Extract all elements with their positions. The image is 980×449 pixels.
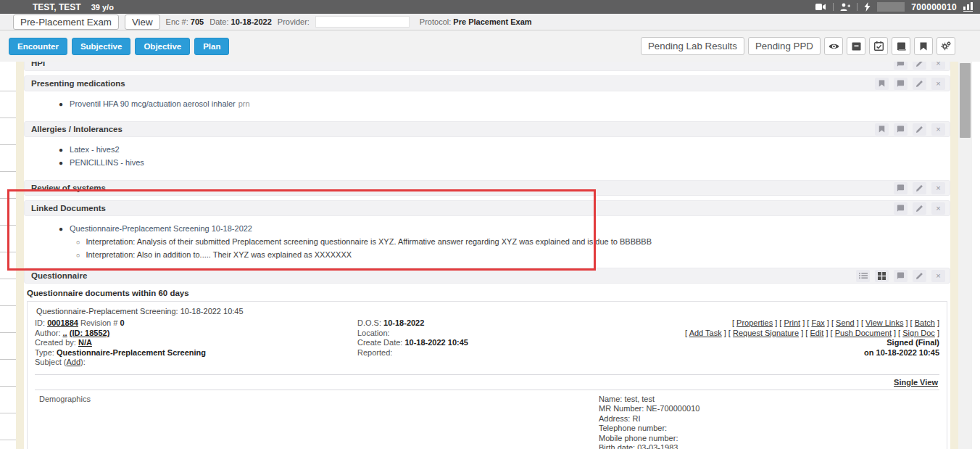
interpretation-item: ○ Interpretation: Also in addition to...…: [24, 248, 950, 261]
medication-item[interactable]: ● Proventil HFA 90 mcg/actuation aerosol…: [24, 97, 950, 110]
nav-toolbar: Encounter Subjective Objective Plan Pend…: [0, 30, 980, 62]
batch-link[interactable]: Batch: [915, 318, 935, 327]
lightning-icon[interactable]: [864, 2, 871, 12]
close-icon[interactable]: ×: [931, 182, 945, 194]
book-icon[interactable]: [894, 270, 908, 282]
margin-ruler: [0, 62, 16, 449]
demo-address: Address: RI: [599, 414, 939, 424]
book-icon[interactable]: [894, 123, 908, 136]
section-title: Questionnaire: [31, 271, 87, 280]
author-id-link[interactable]: (ID: 18552): [70, 329, 110, 337]
section-header[interactable]: Linked Documents ×: [24, 200, 950, 216]
calendar-check-icon[interactable]: [869, 37, 888, 55]
subject-add-link[interactable]: Add: [66, 358, 80, 366]
archive-box-icon[interactable]: [847, 37, 865, 55]
divider: [857, 3, 858, 11]
bookmark-icon[interactable]: [875, 78, 889, 90]
video-camera-icon[interactable]: [815, 3, 826, 11]
provider-label: Provider:: [278, 17, 310, 26]
medication-sig: prn: [238, 99, 250, 108]
protocol: Protocol: Pre Placement Exam: [420, 17, 532, 26]
divider: [833, 3, 834, 11]
pending-ppd-button[interactable]: Pending PPD: [748, 37, 821, 55]
note-content: HPI × Presenting medications: [24, 62, 950, 449]
pencil-icon[interactable]: [913, 62, 926, 70]
sign-doc-link[interactable]: Sign Doc: [902, 329, 935, 337]
document-fields-middle: D.O.S: 10-18-2022 Location: Create Date:…: [357, 318, 635, 358]
demo-telephone: Telephone number:: [599, 424, 939, 434]
patient-title-bar: TEST, TEST 39 y/o 700000010: [0, 0, 980, 14]
bar-chart-icon[interactable]: [963, 2, 973, 12]
scrollbar-thumb[interactable]: [960, 63, 971, 138]
pencil-icon[interactable]: [913, 202, 926, 215]
questionnaire-document-panel: Questionnaire-Preplacement Screening: 10…: [27, 301, 947, 449]
add-person-icon[interactable]: [840, 3, 850, 12]
document-id-link[interactable]: 0001884: [47, 318, 78, 327]
tab-subjective[interactable]: Subjective: [72, 38, 131, 55]
bookmark-icon[interactable]: [875, 123, 889, 136]
section-hpi-clipped: HPI ×: [24, 62, 950, 71]
linked-document-item[interactable]: ● Questionnaire-Preplacement Screening 1…: [24, 222, 950, 235]
enc-date: Date: 10-18-2022: [209, 17, 272, 26]
quick-search-box[interactable]: [877, 2, 905, 12]
tab-plan[interactable]: Plan: [194, 38, 229, 55]
fax-link[interactable]: Fax: [811, 318, 824, 327]
section-linked-documents: Linked Documents × ● Questionnaire-Prepl…: [24, 200, 950, 268]
pencil-icon[interactable]: [913, 123, 926, 136]
encounter-bar: Pre-Placement Exam View Enc #: 705 Date:…: [0, 14, 980, 30]
demo-mobile: Mobile phone number:: [599, 434, 939, 444]
tab-objective[interactable]: Objective: [135, 38, 190, 55]
section-header[interactable]: Questionnaire ×: [24, 268, 950, 284]
section-header[interactable]: Allergies / Intolerances ×: [24, 121, 950, 137]
add-task-link[interactable]: Add Task: [689, 329, 722, 337]
view-button[interactable]: View: [125, 15, 160, 30]
patient-id: 700000010: [911, 2, 957, 12]
close-icon[interactable]: ×: [931, 202, 945, 215]
close-icon[interactable]: ×: [931, 270, 945, 282]
pre-placement-exam-button[interactable]: Pre-Placement Exam: [13, 15, 119, 30]
book-icon[interactable]: [894, 202, 908, 215]
provider-input[interactable]: [315, 16, 410, 28]
allergy-item[interactable]: ● Latex - hives2: [24, 143, 950, 156]
pencil-icon[interactable]: [913, 78, 926, 90]
patient-age: 39 y/o: [91, 3, 114, 12]
document-actions: PropertiesPrintFaxSendView LinksBatch Ad…: [635, 318, 939, 358]
scrollbar-track[interactable]: [958, 62, 972, 449]
close-icon[interactable]: ×: [931, 123, 945, 136]
questionnaire-subtitle: Questionnaire documents within 60 days: [27, 289, 950, 297]
right-margin-strip: [950, 62, 958, 449]
section-review-of-systems: Review of systems ×: [24, 180, 950, 196]
section-header[interactable]: Presenting medications ×: [24, 75, 950, 91]
book-icon[interactable]: [892, 37, 910, 55]
gears-icon[interactable]: [937, 37, 955, 55]
section-header[interactable]: Review of systems ×: [24, 180, 950, 196]
eye-icon[interactable]: [824, 37, 843, 55]
edit-link[interactable]: Edit: [810, 329, 823, 337]
allergy-item[interactable]: ● PENICILLINS - hives: [24, 156, 950, 169]
single-view-link[interactable]: Single View: [894, 378, 938, 387]
grid-view-icon[interactable]: [875, 270, 889, 282]
properties-link[interactable]: Properties: [736, 318, 773, 327]
book-icon[interactable]: [894, 78, 908, 90]
view-links-link[interactable]: View Links: [865, 318, 903, 327]
pencil-icon[interactable]: [913, 182, 926, 194]
created-by-link[interactable]: N/A: [78, 338, 92, 347]
list-view-icon[interactable]: [856, 270, 870, 282]
document-title: Questionnaire-Preplacement Screening: 10…: [35, 305, 939, 318]
pencil-icon[interactable]: [913, 270, 926, 282]
send-link[interactable]: Send: [836, 318, 855, 327]
author-link[interactable]: ..: [63, 329, 67, 337]
section-allergies: Allergies / Intolerances × ● Latex - hiv…: [24, 121, 950, 176]
close-icon[interactable]: ×: [931, 78, 945, 90]
print-link[interactable]: Print: [784, 318, 800, 327]
close-icon[interactable]: ×: [931, 62, 945, 70]
tab-encounter[interactable]: Encounter: [9, 38, 67, 55]
book-icon[interactable]: [894, 182, 908, 194]
pending-lab-results-button[interactable]: Pending Lab Results: [641, 37, 744, 55]
left-margin-strip: [16, 62, 24, 449]
request-signature-link[interactable]: Request Signature: [733, 329, 799, 337]
push-document-link[interactable]: Push Document: [835, 329, 892, 337]
bookmark-icon[interactable]: [914, 37, 933, 55]
section-header-hpi[interactable]: HPI ×: [24, 62, 950, 71]
book-icon[interactable]: [894, 62, 908, 70]
